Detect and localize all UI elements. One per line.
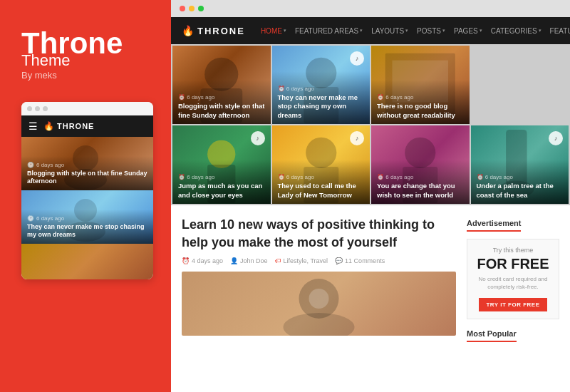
nav-item-home[interactable]: HOME ▾ <box>261 27 286 35</box>
grid-item-5[interactable]: ⏰ 6 days ago Jump as much as you can and… <box>172 125 271 204</box>
nav-item-posts[interactable]: POSTS ▾ <box>417 27 445 35</box>
mobile-card-1-time: 🕐 6 days ago <box>27 162 147 168</box>
user-icon: 👤 <box>230 257 238 264</box>
grid-time-6: ⏰ 6 days ago <box>278 174 365 180</box>
mobile-card-1-overlay: 🕐 6 days ago Blogging with style on that… <box>21 156 153 190</box>
mobile-dot-1 <box>27 106 32 111</box>
sidebar-popular: Most Popular <box>467 326 559 346</box>
hamburger-icon[interactable]: ☰ <box>28 120 38 132</box>
grid-overlay-6: ⏰ 6 days ago They used to call me the La… <box>272 160 370 204</box>
mobile-card-2-time: 🕐 6 days ago <box>27 215 147 222</box>
nav-flame-icon: 🔥 <box>182 25 194 36</box>
mobile-browser-bar <box>21 102 153 115</box>
ad-button[interactable]: TRY IT FOR FREE <box>479 298 546 311</box>
nav-home-arrow: ▾ <box>284 28 286 33</box>
clock-icon-article: ⏰ <box>182 257 190 264</box>
grid-item-2[interactable]: ⏰ 6 days ago They can never make me stop… <box>272 46 370 124</box>
nav-item-features[interactable]: FEATURES ▾ <box>550 27 570 35</box>
grid-time-8: ⏰ 6 days ago <box>477 174 564 180</box>
nav-item-pages[interactable]: PAGES ▾ <box>454 27 482 35</box>
website: 🔥 THRONE HOME ▾ FEATURED AREAS ▾ LAYOUTS… <box>171 17 570 392</box>
left-panel: Throne Theme By meks ☰ 🔥 THRONE <box>0 0 171 392</box>
nav-featured-arrow: ▾ <box>360 28 363 33</box>
grid-title-7: You are change that you wish to see in t… <box>377 182 464 200</box>
grid-title-5: Jump as much as you can and close your e… <box>178 182 265 200</box>
grid-item-3[interactable]: ⏰ 6 days ago There is no good blog witho… <box>371 46 470 124</box>
right-main: 🔥 THRONE HOME ▾ FEATURED AREAS ▾ LAYOUTS… <box>171 0 570 392</box>
mobile-preview: ☰ 🔥 THRONE 🕐 6 days ago Blogging with st… <box>21 102 153 279</box>
svg-point-19 <box>284 313 355 336</box>
tag-icon: 🏷 <box>275 257 281 264</box>
grid-time-7: ⏰ 6 days ago <box>377 174 464 180</box>
article-time: ⏰ 4 days ago <box>182 257 223 264</box>
grid-title-6: They used to call me the Lady of New Tom… <box>278 182 365 200</box>
mobile-card-2-title: They can never make me stop chasing my o… <box>27 223 147 239</box>
grid-icon-8: ♪ <box>549 131 563 145</box>
nav-layouts-arrow: ▾ <box>405 28 408 33</box>
grid-title-2: They can never make me stop chasing my o… <box>278 93 365 120</box>
mobile-logo: 🔥 THRONE <box>43 121 94 131</box>
popular-section-title: Most Popular <box>467 329 517 342</box>
article-title: Learn 10 new ways of positive thinking t… <box>182 216 456 252</box>
mobile-card-3-image <box>21 244 153 279</box>
nav-featured-label: FEATURED AREAS <box>295 27 358 35</box>
mobile-dot-2 <box>35 106 40 111</box>
ad-small-text: No credit card required and completely r… <box>475 275 551 291</box>
nav-layouts-label: LAYOUTS <box>371 27 404 35</box>
nav-item-featured[interactable]: FEATURED AREAS ▾ <box>295 27 363 35</box>
nav-features-label: FEATURES <box>550 27 570 35</box>
grid-overlay-8: ⏰ 6 days ago Under a palm tree at the co… <box>471 160 569 204</box>
nav-pages-label: PAGES <box>454 27 478 35</box>
grid-overlay-5: ⏰ 6 days ago Jump as much as you can and… <box>172 160 271 204</box>
article-comments: 💬 11 Comments <box>335 257 385 264</box>
comment-icon: 💬 <box>335 257 343 264</box>
grid-item-7[interactable]: ⏰ 6 days ago You are change that you wis… <box>371 125 470 204</box>
browser-dot-1 <box>180 6 185 11</box>
grid-overlay-2: ⏰ 6 days ago They can never make me stop… <box>272 71 370 124</box>
grid-icon-6: ♪ <box>350 131 364 145</box>
mobile-card-1-title: Blogging with style on that fine Sunday … <box>27 170 147 186</box>
sidebar-col: Advertisement Try this theme FOR FREE No… <box>467 216 559 381</box>
ad-try-text: Try this theme <box>475 247 551 254</box>
grid-title-1: Blogging with style on that fine Sunday … <box>178 102 265 120</box>
nav-posts-label: POSTS <box>417 27 441 35</box>
article-author: 👤 John Doe <box>230 257 268 264</box>
nav-posts-arrow: ▾ <box>442 28 445 33</box>
nav-home-label: HOME <box>261 27 282 35</box>
nav-pages-arrow: ▾ <box>480 28 482 33</box>
grid-time-1: ⏰ 6 days ago <box>178 94 265 100</box>
grid-icon-5: ♪ <box>251 131 265 145</box>
mobile-flame-icon: 🔥 <box>43 121 54 131</box>
ad-box: Try this theme FOR FREE No credit card r… <box>467 239 559 319</box>
nav-categories-label: CATEGORIES <box>491 27 537 35</box>
grid-section: ⏰ 6 days ago Blogging with style on that… <box>171 44 570 205</box>
nav-item-categories[interactable]: CATEGORIES ▾ <box>491 27 542 35</box>
clock-icon-2: 🕐 <box>27 215 34 222</box>
site-nav: 🔥 THRONE HOME ▾ FEATURED AREAS ▾ LAYOUTS… <box>171 17 570 44</box>
grid-overlay-1: ⏰ 6 days ago Blogging with style on that… <box>172 80 271 124</box>
grid-icon-2: ♪ <box>350 51 364 66</box>
mobile-nav: ☰ 🔥 THRONE <box>21 115 153 137</box>
article-image <box>182 272 456 336</box>
mobile-card-1[interactable]: 🕐 6 days ago Blogging with style on that… <box>21 137 153 190</box>
browser-dot-3 <box>198 6 204 11</box>
mobile-card-3[interactable] <box>21 244 153 279</box>
article-col: Learn 10 new ways of positive thinking t… <box>182 216 456 381</box>
grid-item-8[interactable]: ⏰ 6 days ago Under a palm tree at the co… <box>471 125 569 204</box>
grid-item-6[interactable]: ⏰ 6 days ago They used to call me the La… <box>272 125 370 204</box>
grid-item-1[interactable]: ⏰ 6 days ago Blogging with style on that… <box>172 46 271 124</box>
grid-overlay-3: ⏰ 6 days ago There is no good blog witho… <box>371 80 470 124</box>
nav-item-layouts[interactable]: LAYOUTS ▾ <box>371 27 408 35</box>
site-nav-logo: 🔥 THRONE <box>182 25 245 36</box>
grid-title-3: There is no good blog without great read… <box>377 102 464 120</box>
browser-dot-2 <box>189 6 195 11</box>
ad-section-title: Advertisement <box>467 219 521 232</box>
clock-icon: 🕐 <box>27 162 34 168</box>
article-categories: 🏷 Lifestyle, Travel <box>275 257 328 264</box>
bottom-section: Learn 10 new ways of positive thinking t… <box>171 205 570 392</box>
mobile-card-2[interactable]: 🕐 6 days ago They can never make me stop… <box>21 190 153 244</box>
browser-chrome <box>171 0 570 17</box>
nav-logo-text: THRONE <box>197 26 245 36</box>
mobile-logo-text: THRONE <box>57 122 94 130</box>
grid-time-3: ⏰ 6 days ago <box>377 94 464 100</box>
